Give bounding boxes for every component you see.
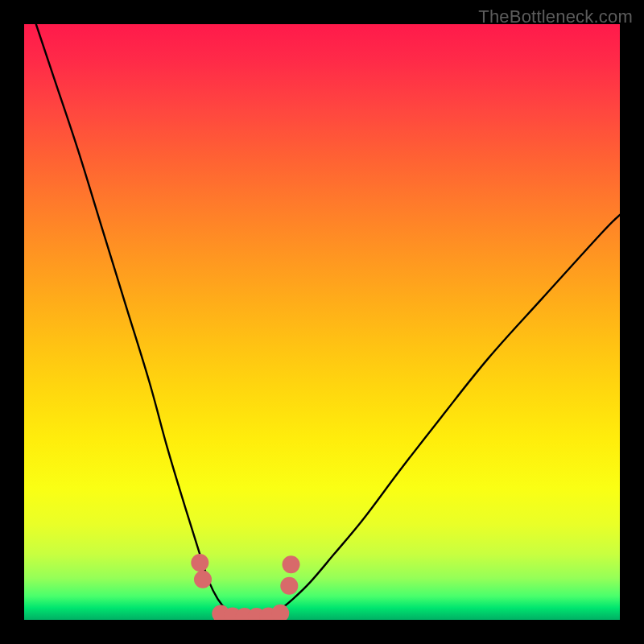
svg-point-1 bbox=[194, 571, 212, 588]
bottleneck-curve-left bbox=[36, 24, 236, 615]
chart-frame: TheBottleneck.com bbox=[0, 0, 644, 644]
bottleneck-curve-right bbox=[268, 215, 620, 615]
bottleneck-bottom-markers bbox=[191, 554, 299, 620]
watermark-text: TheBottleneck.com bbox=[478, 6, 633, 27]
svg-point-8 bbox=[280, 577, 298, 595]
svg-point-7 bbox=[271, 605, 289, 620]
curve-layer bbox=[24, 24, 620, 620]
svg-point-0 bbox=[191, 554, 208, 572]
svg-point-9 bbox=[283, 555, 300, 573]
plot-area bbox=[24, 24, 620, 620]
